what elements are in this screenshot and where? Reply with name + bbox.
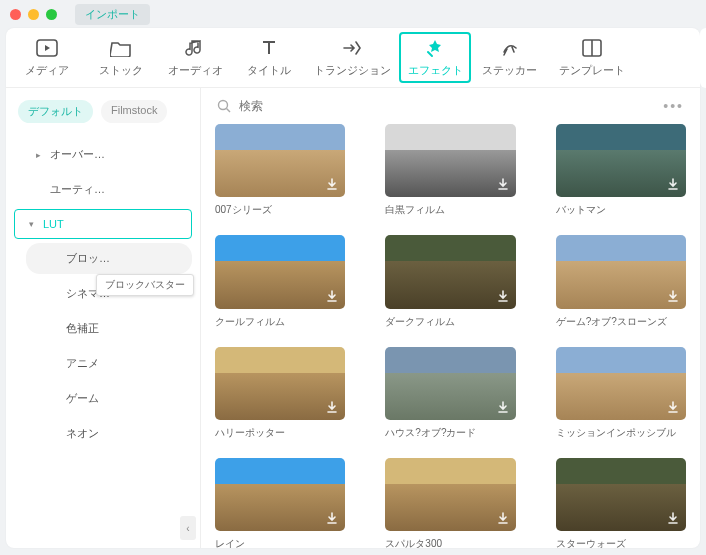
tree-lut[interactable]: ▾LUT — [14, 209, 192, 239]
sticker-icon — [498, 37, 520, 59]
music-icon — [184, 37, 206, 59]
search-input[interactable] — [239, 99, 655, 113]
download-icon[interactable] — [494, 287, 512, 305]
tree-label: ゲーム — [66, 391, 99, 406]
tab-title[interactable]: タイトル — [233, 32, 305, 83]
toolbar-label: タイトル — [247, 63, 291, 78]
import-button[interactable]: インポート — [75, 4, 150, 25]
tree-label: オーバー… — [50, 147, 105, 162]
thumbnail — [215, 458, 345, 531]
thumbnail — [556, 347, 686, 420]
thumbnail — [385, 458, 515, 531]
tab-transition[interactable]: トランジション — [307, 32, 397, 83]
thumbnail — [215, 347, 345, 420]
chevron-down-icon: ▾ — [29, 219, 37, 229]
thumbnail — [215, 124, 345, 197]
card-label: ミッションインポッシブル — [556, 426, 686, 440]
download-icon[interactable] — [664, 287, 682, 305]
toolbar-label: テンプレート — [559, 63, 625, 78]
chevron-left-icon: ‹ — [186, 523, 189, 534]
effect-card[interactable]: ミッションインポッシブル — [556, 347, 686, 440]
effect-card[interactable]: バットマン — [556, 124, 686, 217]
toolbar-label: オーディオ — [168, 63, 223, 78]
download-icon[interactable] — [323, 287, 341, 305]
tree-overlay[interactable]: ▸オーバー… — [26, 139, 192, 170]
thumbnail — [556, 124, 686, 197]
download-icon[interactable] — [494, 398, 512, 416]
toolbar-label: ストック — [99, 63, 143, 78]
tree-utility[interactable]: ユーティ… — [26, 174, 192, 205]
titlebar: インポート — [0, 0, 706, 28]
effect-card[interactable]: ハウス?オブ?カード — [385, 347, 515, 440]
tab-audio[interactable]: オーディオ — [159, 32, 231, 83]
card-label: ハウス?オブ?カード — [385, 426, 515, 440]
tree-block[interactable]: ブロッ… ブロックバスター — [26, 243, 192, 274]
thumbnail-grid: 007シリーズ白黒フィルムバットマンクールフィルムダークフィルムゲーム?オブ?ス… — [201, 124, 700, 548]
effect-card[interactable]: ゲーム?オブ?スローンズ — [556, 235, 686, 328]
toolbar-label: ステッカー — [482, 63, 537, 78]
tree-label: 色補正 — [66, 321, 99, 336]
effect-card[interactable]: ダークフィルム — [385, 235, 515, 328]
effect-card[interactable]: クールフィルム — [215, 235, 345, 328]
download-icon[interactable] — [494, 509, 512, 527]
download-icon[interactable] — [323, 398, 341, 416]
effect-card[interactable]: 007シリーズ — [215, 124, 345, 217]
thumbnail — [556, 235, 686, 308]
toolbar-label: メディア — [25, 63, 69, 78]
card-label: スパルタ300 — [385, 537, 515, 548]
card-label: ダークフィルム — [385, 315, 515, 329]
tab-default[interactable]: デフォルト — [18, 100, 93, 123]
tab-filmstock[interactable]: Filmstock — [101, 100, 167, 123]
card-label: バットマン — [556, 203, 686, 217]
media-icon — [36, 37, 58, 59]
card-label: 白黒フィルム — [385, 203, 515, 217]
main-panel: メディア ストック オーディオ タイトル トランジション エフェクト ステッカー — [6, 28, 700, 548]
download-icon[interactable] — [664, 175, 682, 193]
tree-label: LUT — [43, 218, 64, 230]
sidebar-tabs: デフォルト Filmstock — [6, 88, 200, 131]
card-label: スターウォーズ — [556, 537, 686, 548]
card-label: ゲーム?オブ?スローンズ — [556, 315, 686, 329]
toolbar-label: エフェクト — [408, 63, 463, 78]
tree-game[interactable]: ゲーム — [26, 383, 192, 414]
tab-sticker[interactable]: ステッカー — [473, 32, 545, 83]
tree-neon[interactable]: ネオン — [26, 418, 192, 449]
download-icon[interactable] — [323, 175, 341, 193]
collapse-sidebar-button[interactable]: ‹ — [180, 516, 196, 540]
close-icon[interactable] — [10, 9, 21, 20]
content-area: デフォルト Filmstock ▸オーバー… ユーティ… ▾LUT ブロッ… ブ… — [6, 88, 700, 548]
maximize-icon[interactable] — [46, 9, 57, 20]
sidebar: デフォルト Filmstock ▸オーバー… ユーティ… ▾LUT ブロッ… ブ… — [6, 88, 201, 548]
tab-stock[interactable]: ストック — [85, 32, 157, 83]
download-icon[interactable] — [664, 509, 682, 527]
thumbnail — [556, 458, 686, 531]
card-label: クールフィルム — [215, 315, 345, 329]
tree-label: ユーティ… — [50, 182, 105, 197]
card-label: ハリーポッター — [215, 426, 345, 440]
effect-card[interactable]: スパルタ300 — [385, 458, 515, 548]
tree-label: アニメ — [66, 356, 99, 371]
effect-card[interactable]: レイン — [215, 458, 345, 548]
tree-label: ネオン — [66, 426, 99, 441]
effect-card[interactable]: 白黒フィルム — [385, 124, 515, 217]
thumbnail — [385, 124, 515, 197]
tree-anime[interactable]: アニメ — [26, 348, 192, 379]
effect-card[interactable]: スターウォーズ — [556, 458, 686, 548]
download-icon[interactable] — [494, 175, 512, 193]
transition-icon — [341, 37, 363, 59]
gallery: ••• 007シリーズ白黒フィルムバットマンクールフィルムダークフィルムゲーム?… — [201, 88, 700, 548]
effect-card[interactable]: ハリーポッター — [215, 347, 345, 440]
tab-effect[interactable]: エフェクト — [399, 32, 471, 83]
toolbar-label: トランジション — [314, 63, 391, 78]
tab-template[interactable]: テンプレート — [547, 32, 637, 83]
template-icon — [581, 37, 603, 59]
minimize-icon[interactable] — [28, 9, 39, 20]
card-label: 007シリーズ — [215, 203, 345, 217]
thumbnail — [385, 347, 515, 420]
tree-color[interactable]: 色補正 — [26, 313, 192, 344]
window-controls — [10, 9, 57, 20]
download-icon[interactable] — [664, 398, 682, 416]
tab-media[interactable]: メディア — [11, 32, 83, 83]
more-icon[interactable]: ••• — [663, 98, 684, 114]
download-icon[interactable] — [323, 509, 341, 527]
